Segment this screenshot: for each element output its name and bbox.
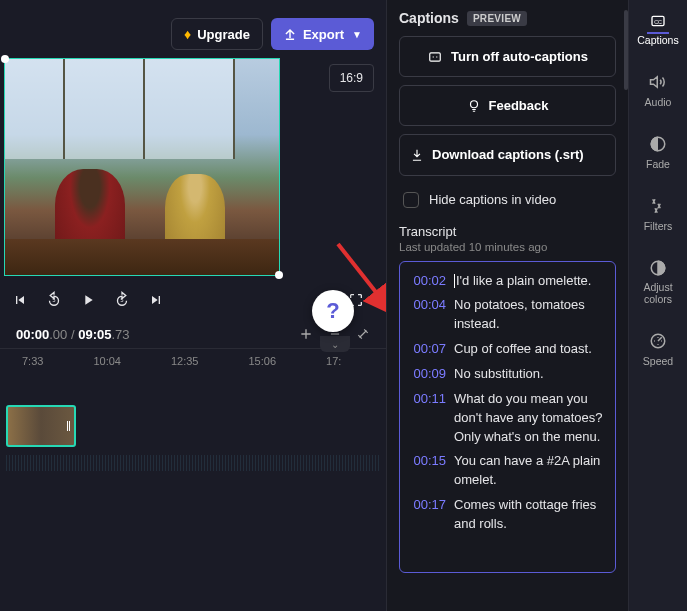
- transcript-time[interactable]: 00:17: [410, 496, 446, 534]
- transcript-time[interactable]: 00:04: [410, 296, 446, 334]
- transcript-text[interactable]: No substitution.: [454, 365, 544, 384]
- transcript-line: 00:11What do you mean you don't have any…: [410, 390, 605, 447]
- hide-captions-label: Hide captions in video: [429, 192, 556, 207]
- hide-captions-checkbox[interactable]: [403, 192, 419, 208]
- captions-off-icon: [427, 50, 443, 64]
- aspect-ratio-button[interactable]: 16:9: [329, 64, 374, 92]
- clip-handle-icon: [67, 421, 70, 431]
- contrast-icon: [647, 258, 669, 278]
- ruler-tick: 15:06: [248, 355, 276, 367]
- feedback-button[interactable]: Feedback: [399, 85, 616, 126]
- question-icon: ?: [326, 298, 339, 324]
- transcript-time[interactable]: 00:11: [410, 390, 446, 447]
- transcript-updated: Last updated 10 minutes ago: [399, 241, 616, 253]
- svg-text:5: 5: [121, 297, 124, 303]
- ruler-tick: 12:35: [171, 355, 199, 367]
- upload-icon: [283, 27, 297, 41]
- skip-start-button[interactable]: [6, 286, 34, 314]
- download-captions-button[interactable]: Download captions (.srt): [399, 134, 616, 176]
- resize-handle-br[interactable]: [275, 271, 283, 279]
- ruler-tick: 7:33: [22, 355, 43, 367]
- svg-text:5: 5: [53, 297, 56, 303]
- diamond-icon: ♦: [184, 26, 191, 42]
- svg-rect-3: [430, 52, 441, 60]
- turn-off-auto-captions-button[interactable]: Turn off auto-captions: [399, 36, 616, 77]
- transcript-text[interactable]: Comes with cottage fries and rolls.: [454, 496, 605, 534]
- svg-text:CC: CC: [654, 19, 662, 25]
- transcript-text[interactable]: Cup of coffee and toast.: [454, 340, 592, 359]
- rewind-5-button[interactable]: 5: [40, 286, 68, 314]
- svg-point-4: [470, 100, 477, 107]
- add-button[interactable]: [298, 326, 314, 342]
- forward-5-button[interactable]: 5: [108, 286, 136, 314]
- transcript-line: 00:04No potatoes, tomatoes instead.: [410, 296, 605, 334]
- transcript-heading: Transcript: [399, 224, 616, 239]
- transcript-time[interactable]: 00:07: [410, 340, 446, 359]
- chevron-down-icon: ⌄: [331, 339, 339, 350]
- chevron-down-icon: ▼: [352, 29, 362, 40]
- zoom-fit-button[interactable]: [356, 327, 370, 341]
- transcript-line: 00:09No substitution.: [410, 365, 605, 384]
- rail-captions[interactable]: CC Captions: [629, 8, 687, 52]
- lightbulb-icon: [467, 99, 481, 113]
- timeline-tracks[interactable]: [0, 403, 386, 471]
- video-preview[interactable]: [4, 58, 280, 276]
- rail-speed[interactable]: Speed: [629, 325, 687, 373]
- rail-audio[interactable]: Audio: [629, 66, 687, 114]
- audio-icon: [647, 72, 669, 92]
- fade-icon: [647, 134, 669, 154]
- play-button[interactable]: [74, 286, 102, 314]
- filters-icon: [647, 196, 669, 216]
- transcript-time[interactable]: 00:09: [410, 365, 446, 384]
- transcript-time[interactable]: 00:15: [410, 452, 446, 490]
- export-button[interactable]: Export ▼: [271, 18, 374, 50]
- transcript-text[interactable]: I'd like a plain omelette.: [454, 272, 591, 291]
- rail-filters[interactable]: Filters: [629, 190, 687, 238]
- transcript-text[interactable]: You can have a #2A plain omelet.: [454, 452, 605, 490]
- video-frame: [5, 59, 279, 275]
- speed-icon: [647, 331, 669, 351]
- transcript-line: 00:15You can have a #2A plain omelet.: [410, 452, 605, 490]
- transcript-line: 00:07Cup of coffee and toast.: [410, 340, 605, 359]
- transcript-line: 00:02I'd like a plain omelette.: [410, 272, 605, 291]
- resize-handle-tl[interactable]: [1, 55, 9, 63]
- transcript-time[interactable]: 00:02: [410, 272, 446, 291]
- download-icon: [410, 148, 424, 162]
- transcript-text[interactable]: No potatoes, tomatoes instead.: [454, 296, 605, 334]
- upgrade-button[interactable]: ♦ Upgrade: [171, 18, 263, 50]
- video-clip[interactable]: [6, 405, 76, 447]
- upgrade-label: Upgrade: [197, 27, 250, 42]
- rail-fade[interactable]: Fade: [629, 128, 687, 176]
- rail-adjust-colors[interactable]: Adjust colors: [629, 252, 687, 311]
- audio-waveform[interactable]: [6, 455, 380, 471]
- transcript-text[interactable]: What do you mean you don't have any toma…: [454, 390, 605, 447]
- captions-icon: CC: [647, 14, 669, 34]
- preview-badge: PREVIEW: [467, 11, 527, 26]
- collapse-panel-button[interactable]: ⌄: [320, 336, 350, 352]
- timecode-display: 00:00.00 / 09:05.73: [16, 327, 130, 342]
- panel-title: Captions: [399, 10, 459, 26]
- export-label: Export: [303, 27, 344, 42]
- help-button[interactable]: ?: [312, 290, 354, 332]
- ruler-tick: 10:04: [93, 355, 121, 367]
- ruler-tick: 17:: [326, 355, 341, 367]
- skip-end-button[interactable]: [142, 286, 170, 314]
- transcript-editor[interactable]: 00:02I'd like a plain omelette. 00:04No …: [399, 261, 616, 573]
- transcript-line: 00:17Comes with cottage fries and rolls.: [410, 496, 605, 534]
